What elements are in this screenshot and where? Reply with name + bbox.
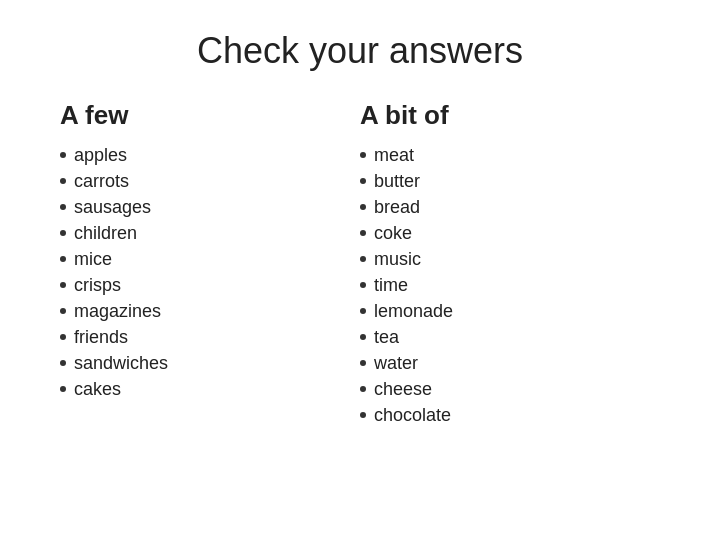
list-item-text: cakes — [74, 379, 121, 400]
list-item: crisps — [60, 275, 360, 296]
list-item-text: sausages — [74, 197, 151, 218]
right-column: A bit of meatbutterbreadcokemusictimelem… — [360, 100, 660, 520]
list-item: chocolate — [360, 405, 660, 426]
bullet-dot-icon — [360, 282, 366, 288]
list-item-text: time — [374, 275, 408, 296]
columns-container: A few applescarrotssausageschildrenmicec… — [60, 100, 660, 520]
bullet-dot-icon — [60, 308, 66, 314]
list-item-text: carrots — [74, 171, 129, 192]
list-item: apples — [60, 145, 360, 166]
list-item-text: cheese — [374, 379, 432, 400]
bullet-dot-icon — [60, 152, 66, 158]
list-item-text: apples — [74, 145, 127, 166]
bullet-dot-icon — [360, 152, 366, 158]
list-item-text: magazines — [74, 301, 161, 322]
list-item: mice — [60, 249, 360, 270]
list-item-text: music — [374, 249, 421, 270]
bullet-dot-icon — [60, 386, 66, 392]
bullet-dot-icon — [360, 360, 366, 366]
list-item: sausages — [60, 197, 360, 218]
list-item-text: lemonade — [374, 301, 453, 322]
right-heading: A bit of — [360, 100, 660, 131]
bullet-dot-icon — [360, 412, 366, 418]
list-item-text: children — [74, 223, 137, 244]
list-item: friends — [60, 327, 360, 348]
list-item-text: butter — [374, 171, 420, 192]
bullet-dot-icon — [360, 256, 366, 262]
list-item: time — [360, 275, 660, 296]
bullet-dot-icon — [360, 386, 366, 392]
list-item-text: chocolate — [374, 405, 451, 426]
list-item: meat — [360, 145, 660, 166]
bullet-dot-icon — [360, 308, 366, 314]
list-item: music — [360, 249, 660, 270]
bullet-dot-icon — [60, 334, 66, 340]
list-item-text: mice — [74, 249, 112, 270]
bullet-dot-icon — [360, 204, 366, 210]
left-list: applescarrotssausageschildrenmicecrispsm… — [60, 145, 360, 400]
list-item: sandwiches — [60, 353, 360, 374]
list-item: carrots — [60, 171, 360, 192]
bullet-dot-icon — [60, 204, 66, 210]
list-item-text: tea — [374, 327, 399, 348]
bullet-dot-icon — [60, 256, 66, 262]
list-item-text: bread — [374, 197, 420, 218]
list-item-text: water — [374, 353, 418, 374]
page: Check your answers A few applescarrotssa… — [0, 0, 720, 540]
list-item: lemonade — [360, 301, 660, 322]
list-item: bread — [360, 197, 660, 218]
page-title: Check your answers — [60, 30, 660, 72]
bullet-dot-icon — [360, 334, 366, 340]
bullet-dot-icon — [60, 178, 66, 184]
left-column: A few applescarrotssausageschildrenmicec… — [60, 100, 360, 520]
list-item: water — [360, 353, 660, 374]
list-item: cakes — [60, 379, 360, 400]
list-item-text: sandwiches — [74, 353, 168, 374]
list-item-text: coke — [374, 223, 412, 244]
left-heading: A few — [60, 100, 360, 131]
list-item: cheese — [360, 379, 660, 400]
list-item-text: friends — [74, 327, 128, 348]
list-item: tea — [360, 327, 660, 348]
list-item: butter — [360, 171, 660, 192]
bullet-dot-icon — [360, 230, 366, 236]
list-item: magazines — [60, 301, 360, 322]
list-item-text: meat — [374, 145, 414, 166]
bullet-dot-icon — [360, 178, 366, 184]
bullet-dot-icon — [60, 360, 66, 366]
list-item: children — [60, 223, 360, 244]
list-item: coke — [360, 223, 660, 244]
bullet-dot-icon — [60, 230, 66, 236]
right-list: meatbutterbreadcokemusictimelemonadeteaw… — [360, 145, 660, 426]
bullet-dot-icon — [60, 282, 66, 288]
list-item-text: crisps — [74, 275, 121, 296]
